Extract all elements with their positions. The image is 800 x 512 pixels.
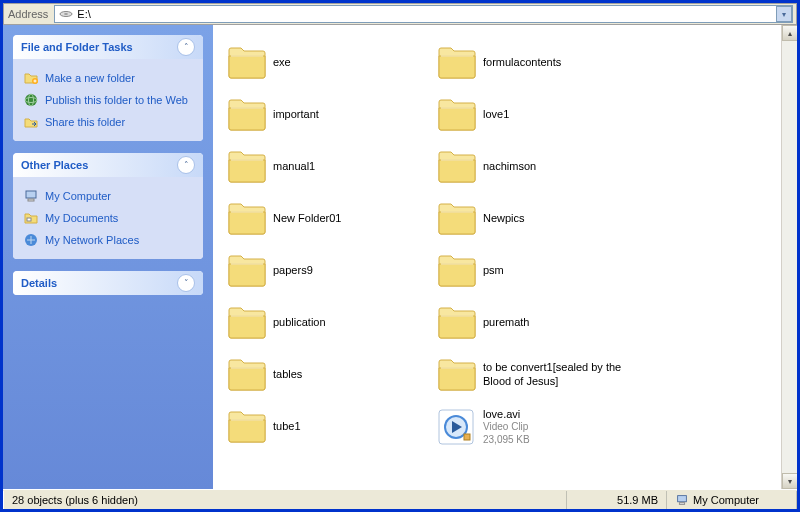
folder-item[interactable]: important (223, 89, 433, 141)
sidebar-link[interactable]: Publish this folder to the Web (23, 89, 193, 111)
folder-icon (225, 354, 267, 396)
folder-icon (225, 406, 267, 448)
item-label: manual1 (273, 160, 315, 174)
sidebar-link[interactable]: Make a new folder (23, 67, 193, 89)
sidebar-panel: Other Places˄My ComputerMy DocumentsMy N… (13, 153, 203, 259)
folder-icon (435, 354, 477, 396)
sidebar-link[interactable]: My Documents (23, 207, 193, 229)
folder-icon (435, 94, 477, 136)
folder-icon (435, 198, 477, 240)
item-label: psm (483, 264, 504, 278)
panel-header[interactable]: File and Folder Tasks˄ (13, 35, 203, 59)
folder-item[interactable]: to be convert1[sealed by the Blood of Je… (433, 349, 683, 401)
folder-icon (225, 146, 267, 188)
item-label: formulacontents (483, 56, 561, 70)
item-label: New Folder01 (273, 212, 341, 226)
folder-icon (225, 94, 267, 136)
folder-item[interactable]: manual1 (223, 141, 433, 193)
svg-rect-11 (679, 502, 684, 504)
link-label: Share this folder (45, 116, 193, 128)
item-label: to be convert1[sealed by the Blood of Je… (483, 361, 643, 389)
item-label: exe (273, 56, 291, 70)
status-bar: 28 objects (plus 6 hidden) 51.9 MB My Co… (3, 489, 797, 509)
collapse-button[interactable]: ˅ (177, 274, 195, 292)
folder-icon (225, 42, 267, 84)
address-field[interactable]: E:\ ▾ (54, 5, 793, 23)
computer-icon (23, 188, 39, 204)
svg-rect-8 (27, 218, 31, 221)
link-label: Make a new folder (45, 72, 193, 84)
folder-icon (435, 250, 477, 292)
scrollbar-vertical[interactable]: ▴ ▾ (781, 25, 797, 489)
status-location: My Computer (667, 491, 797, 509)
folder-item[interactable]: puremath (433, 297, 683, 349)
svg-point-3 (25, 94, 37, 106)
address-label: Address (4, 8, 54, 20)
item-label: tube1 (273, 420, 301, 434)
folder-item[interactable]: publication (223, 297, 433, 349)
svg-rect-7 (28, 199, 34, 201)
folder-item[interactable]: New Folder01 (223, 193, 433, 245)
item-label: love.aviVideo Clip23,095 KB (483, 408, 530, 447)
panel-header[interactable]: Other Places˄ (13, 153, 203, 177)
folder-icon (435, 302, 477, 344)
scroll-down-button[interactable]: ▾ (782, 473, 797, 489)
panel-title: File and Folder Tasks (21, 41, 133, 53)
link-label: My Documents (45, 212, 193, 224)
collapse-button[interactable]: ˄ (177, 156, 195, 174)
folder-item[interactable]: nachimson (433, 141, 683, 193)
folder-item[interactable]: formulacontents (433, 37, 683, 89)
sidebar-link[interactable]: My Computer (23, 185, 193, 207)
panel-header[interactable]: Details˅ (13, 271, 203, 295)
status-size: 51.9 MB (567, 491, 667, 509)
folder-new-icon (23, 70, 39, 86)
folder-item[interactable]: papers9 (223, 245, 433, 297)
item-label: love1 (483, 108, 509, 122)
icon-grid: exeformulacontentsimportantlove1manual1n… (213, 25, 797, 465)
link-label: My Computer (45, 190, 193, 202)
status-objects: 28 objects (plus 6 hidden) (3, 491, 567, 509)
sidebar-panel: Details˅ (13, 271, 203, 295)
folder-icon (435, 42, 477, 84)
item-label: nachimson (483, 160, 536, 174)
item-label: Newpics (483, 212, 525, 226)
folder-icon (225, 250, 267, 292)
folder-icon (435, 146, 477, 188)
folder-item[interactable]: love1 (433, 89, 683, 141)
sidebar-panel: File and Folder Tasks˄Make a new folderP… (13, 35, 203, 141)
share-icon (23, 114, 39, 130)
item-label: important (273, 108, 319, 122)
svg-rect-10 (678, 495, 687, 501)
folder-item[interactable]: psm (433, 245, 683, 297)
computer-icon (675, 493, 689, 507)
sidebar-link[interactable]: My Network Places (23, 229, 193, 251)
folder-item[interactable]: tube1 (223, 401, 433, 453)
link-label: My Network Places (45, 234, 193, 246)
drive-icon (58, 6, 74, 22)
folder-item[interactable]: Newpics (433, 193, 683, 245)
item-label: papers9 (273, 264, 313, 278)
panel-body: Make a new folderPublish this folder to … (13, 59, 203, 141)
address-dropdown[interactable]: ▾ (776, 6, 792, 22)
panel-title: Other Places (21, 159, 88, 171)
svg-point-1 (64, 13, 68, 15)
scroll-up-button[interactable]: ▴ (782, 25, 797, 41)
sidebar-link[interactable]: Share this folder (23, 111, 193, 133)
item-label: puremath (483, 316, 529, 330)
folder-icon (225, 198, 267, 240)
panel-title: Details (21, 277, 57, 289)
network-icon (23, 232, 39, 248)
item-label: publication (273, 316, 326, 330)
folder-item[interactable]: exe (223, 37, 433, 89)
content-area: exeformulacontentsimportantlove1manual1n… (213, 25, 797, 489)
folder-icon (225, 302, 267, 344)
docs-icon (23, 210, 39, 226)
address-value: E:\ (77, 8, 90, 20)
video-icon (435, 406, 477, 448)
folder-item[interactable]: tables (223, 349, 433, 401)
collapse-button[interactable]: ˄ (177, 38, 195, 56)
item-label: tables (273, 368, 302, 382)
task-sidebar: File and Folder Tasks˄Make a new folderP… (3, 25, 213, 489)
file-item[interactable]: love.aviVideo Clip23,095 KB (433, 401, 683, 453)
globe-icon (23, 92, 39, 108)
